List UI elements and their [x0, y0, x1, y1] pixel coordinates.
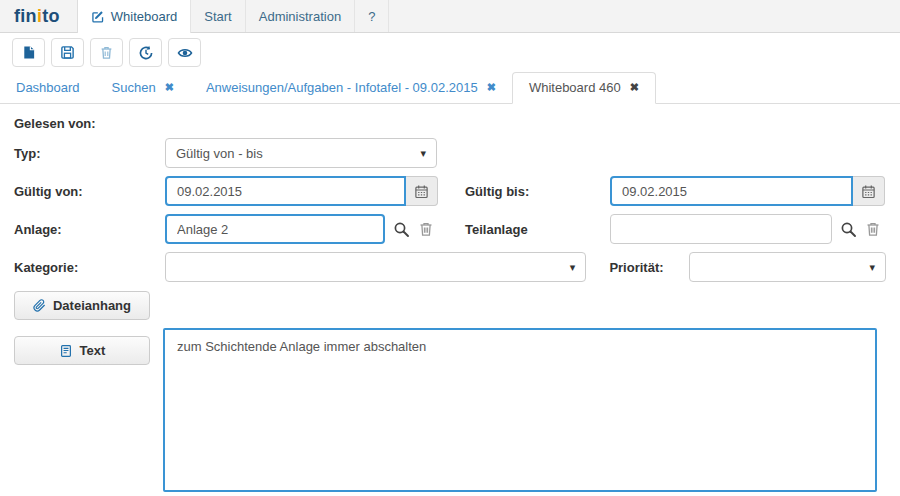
new-document-icon	[21, 45, 36, 60]
gueltig-von-group	[165, 176, 438, 206]
teilanlage-search-button[interactable]	[840, 221, 857, 238]
chevron-down-icon: ▾	[420, 147, 426, 160]
nav-item-administration[interactable]: Administration	[246, 0, 355, 32]
gueltig-bis-input[interactable]	[610, 176, 853, 206]
tab-suchen[interactable]: Suchen ✖	[96, 73, 190, 103]
gelesen-von-row: Gelesen von:	[14, 114, 886, 132]
trash-icon	[418, 221, 434, 237]
delete-button[interactable]	[90, 38, 123, 67]
tab-label: Anweisungen/Aufgaben - Infotafel - 09.02…	[206, 80, 478, 95]
typ-select[interactable]: Gültig von - bis ▾	[165, 138, 437, 168]
calendar-icon	[861, 184, 876, 199]
gelesen-von-label: Gelesen von:	[14, 116, 96, 131]
nav-item-help[interactable]: ?	[355, 0, 389, 32]
document-text-icon	[59, 344, 73, 358]
kategorie-select[interactable]: ▾	[165, 252, 586, 282]
anlage-search-button[interactable]	[393, 221, 410, 238]
text-button-label: Text	[80, 343, 106, 358]
tab-anweisungen[interactable]: Anweisungen/Aufgaben - Infotafel - 09.02…	[190, 73, 512, 103]
typ-row: Typ: Gültig von - bis ▾	[14, 138, 886, 168]
eye-icon	[177, 45, 193, 61]
dateianhang-row: Dateianhang	[14, 290, 886, 320]
teilanlage-input[interactable]	[610, 214, 832, 244]
anlage-input[interactable]	[165, 214, 385, 244]
gueltig-von-input[interactable]	[165, 176, 406, 206]
nav-item-label: Start	[204, 9, 231, 24]
gueltig-bis-calendar-button[interactable]	[853, 176, 885, 206]
history-button[interactable]	[129, 38, 162, 67]
dateianhang-button[interactable]: Dateianhang	[14, 291, 150, 320]
trash-icon	[99, 45, 114, 60]
nav-item-whiteboard[interactable]: Whiteboard	[77, 0, 191, 33]
trash-icon	[865, 221, 881, 237]
text-content-textarea[interactable]: zum Schichtende Anlage immer abschalten	[163, 328, 877, 492]
anlage-clear-button[interactable]	[418, 221, 434, 237]
search-icon	[840, 221, 857, 238]
nav-item-label: Administration	[259, 9, 341, 24]
tab-label: Suchen	[112, 80, 156, 95]
top-navbar: finito Whiteboard Start Administration ?	[0, 0, 900, 33]
logo-text: fin	[14, 6, 37, 27]
document-tabbar: Dashboard Suchen ✖ Anweisungen/Aufgaben …	[0, 72, 900, 104]
prioritaet-label: Priorität:	[609, 260, 689, 275]
save-button[interactable]	[51, 38, 84, 67]
paperclip-icon	[33, 299, 46, 312]
chevron-down-icon: ▾	[869, 261, 875, 274]
logo-text-2: to	[42, 6, 60, 27]
action-toolbar	[0, 33, 900, 70]
tab-label: Dashboard	[16, 80, 80, 95]
close-icon[interactable]: ✖	[630, 82, 639, 93]
kategorie-row: Kategorie: ▾ Priorität: ▾	[14, 252, 886, 282]
nav-item-label: Whiteboard	[111, 9, 177, 24]
dates-row: Gültig von: Gültig bis:	[14, 176, 886, 206]
text-button[interactable]: Text	[14, 336, 150, 365]
app-logo: finito	[0, 0, 77, 32]
compose-icon	[91, 10, 105, 24]
anlage-label: Anlage:	[14, 222, 165, 237]
search-icon	[393, 221, 410, 238]
chevron-down-icon: ▾	[570, 261, 576, 274]
kategorie-label: Kategorie:	[14, 260, 165, 275]
gueltig-von-label: Gültig von:	[14, 184, 165, 199]
nav-item-label: ?	[368, 9, 375, 24]
save-icon	[60, 45, 75, 60]
preview-button[interactable]	[168, 38, 201, 67]
teilanlage-clear-button[interactable]	[865, 221, 881, 237]
whiteboard-form: Gelesen von: Typ: Gültig von - bis ▾ Gül…	[0, 104, 900, 492]
close-icon[interactable]: ✖	[165, 82, 174, 93]
gueltig-bis-label: Gültig bis:	[465, 184, 610, 199]
close-icon[interactable]: ✖	[487, 82, 496, 93]
prioritaet-select[interactable]: ▾	[689, 252, 886, 282]
tab-dashboard[interactable]: Dashboard	[0, 73, 96, 103]
gueltig-von-calendar-button[interactable]	[406, 176, 438, 206]
dateianhang-button-label: Dateianhang	[53, 298, 131, 313]
tab-label: Whiteboard 460	[529, 80, 621, 95]
anlage-row: Anlage: Teilanlage	[14, 214, 886, 244]
gueltig-bis-group	[610, 176, 885, 206]
nav-item-start[interactable]: Start	[191, 0, 245, 32]
teilanlage-label: Teilanlage	[465, 222, 610, 237]
tab-whiteboard-460[interactable]: Whiteboard 460 ✖	[512, 72, 656, 104]
typ-select-value: Gültig von - bis	[176, 146, 263, 161]
history-icon	[138, 45, 154, 61]
calendar-icon	[414, 184, 429, 199]
text-row: Text zum Schichtende Anlage immer abscha…	[14, 328, 886, 492]
typ-label: Typ:	[14, 146, 165, 161]
new-document-button[interactable]	[12, 38, 45, 67]
